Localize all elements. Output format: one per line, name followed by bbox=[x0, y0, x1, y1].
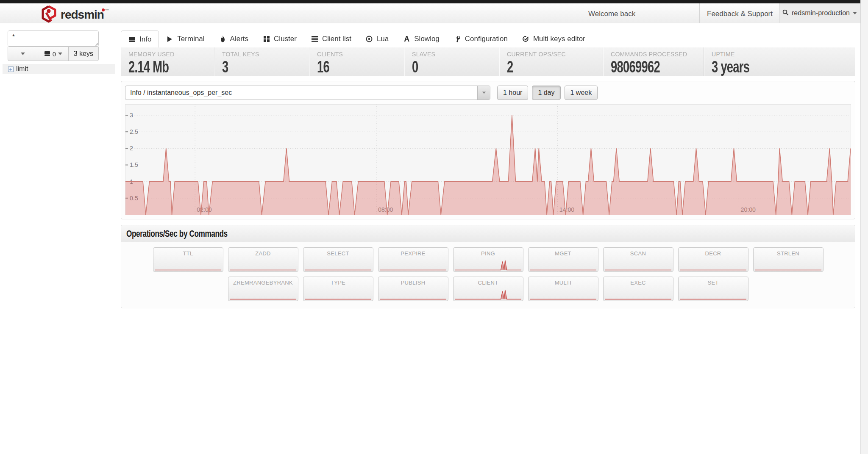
connection-name: redsmin-production bbox=[792, 9, 850, 17]
tab-info[interactable]: Info bbox=[121, 30, 159, 47]
tree-item-label: limit bbox=[16, 65, 28, 73]
stat-total-keys: TOTAL KEYS 3 bbox=[214, 47, 309, 76]
tab-label: Lua bbox=[377, 35, 389, 43]
chevron-down-icon bbox=[58, 53, 62, 55]
command-card-set[interactable]: SET bbox=[678, 277, 748, 301]
chevron-down-icon bbox=[21, 53, 25, 55]
scrollbar[interactable] bbox=[860, 0, 868, 454]
commands-panel-header: Operations/Sec by Commands bbox=[121, 225, 855, 242]
command-sparkline bbox=[305, 288, 371, 300]
key-search-input[interactable]: * bbox=[8, 30, 99, 47]
command-card-pexpire[interactable]: PEXPIRE bbox=[378, 247, 448, 272]
expand-plus-icon[interactable] bbox=[8, 66, 14, 72]
app-header: redsmin™ Welcome back Feedback & Support… bbox=[0, 3, 868, 23]
command-card-strlen[interactable]: STRLEN bbox=[753, 247, 823, 272]
brand-i-dot bbox=[102, 8, 105, 11]
tab-alerts[interactable]: Alerts bbox=[212, 30, 256, 47]
range-1-hour-button[interactable]: 1 hour bbox=[497, 86, 528, 100]
command-sparkline bbox=[530, 288, 596, 300]
tab-multi-keys-editor[interactable]: Multi keys editor bbox=[515, 30, 593, 47]
tab-label: Cluster bbox=[274, 35, 297, 43]
y-tick-label: 3 bbox=[130, 112, 133, 119]
redsmin-logo[interactable]: redsmin™ bbox=[40, 5, 108, 25]
command-card-ping[interactable]: PING bbox=[453, 247, 523, 272]
tab-label: Terminal bbox=[177, 35, 204, 43]
command-sparkline bbox=[380, 288, 446, 300]
command-sparkline bbox=[230, 288, 296, 300]
tab-label: Slowlog bbox=[414, 35, 440, 43]
list-icon bbox=[311, 36, 318, 43]
command-card-scan[interactable]: SCAN bbox=[603, 247, 673, 272]
tab-label: Multi keys editor bbox=[533, 35, 585, 43]
tree-item-limit[interactable]: limit bbox=[3, 64, 115, 74]
tab-label: Alerts bbox=[230, 35, 248, 43]
commands-grid: TTL ZADD SELECT PEXPIRE PING MGET SCAN D… bbox=[121, 242, 855, 308]
feedback-support-link[interactable]: Feedback & Support bbox=[707, 10, 773, 18]
tab-configuration[interactable]: Configuration bbox=[447, 30, 515, 47]
command-card-exec[interactable]: EXEC bbox=[603, 277, 673, 301]
database-selector[interactable]: 0 bbox=[38, 47, 68, 61]
command-sparkline bbox=[530, 259, 596, 271]
play-icon bbox=[166, 36, 173, 43]
command-card-publish[interactable]: PUBLISH bbox=[378, 277, 448, 301]
tab-cluster[interactable]: Cluster bbox=[256, 30, 304, 47]
command-card-select[interactable]: SELECT bbox=[303, 247, 373, 272]
key-options-dropdown[interactable] bbox=[8, 47, 38, 61]
command-card-zadd[interactable]: ZADD bbox=[228, 247, 298, 272]
command-sparkline bbox=[605, 288, 671, 300]
metric-select-value: Info / instantaneous_ops_per_sec bbox=[125, 89, 232, 97]
tab-client-list[interactable]: Client list bbox=[304, 30, 359, 47]
command-card-zremrangebyrank[interactable]: ZREMRANGEBYRANK bbox=[228, 277, 298, 301]
brand-name: redsmin™ bbox=[61, 8, 108, 22]
range-1-day-button[interactable]: 1 day bbox=[532, 86, 560, 100]
y-tick-label: 1.5 bbox=[130, 162, 138, 169]
stat-memory-used: MEMORY USED 2.14 Mb bbox=[121, 47, 214, 76]
command-card-ttl[interactable]: TTL bbox=[153, 247, 223, 272]
tab-label: Configuration bbox=[465, 35, 508, 43]
search-icon bbox=[782, 9, 789, 17]
y-tick-label: 2.5 bbox=[130, 128, 138, 135]
command-card-decr[interactable]: DECR bbox=[678, 247, 748, 272]
main-content: Info Terminal Alerts Cluster Client list bbox=[121, 30, 855, 308]
header-divider bbox=[699, 3, 700, 23]
welcome-message: Welcome back bbox=[588, 10, 635, 18]
connection-selector[interactable]: redsmin-production bbox=[779, 3, 860, 23]
command-sparkline bbox=[455, 288, 521, 300]
tab-lua[interactable]: Lua bbox=[359, 30, 396, 47]
command-sparkline bbox=[230, 259, 296, 271]
stat-clients: CLIENTS 16 bbox=[309, 47, 404, 76]
command-card-multi[interactable]: MULTI bbox=[528, 277, 598, 301]
command-card-mget[interactable]: MGET bbox=[528, 247, 598, 272]
metric-select[interactable]: Info / instantaneous_ops_per_sec bbox=[125, 86, 490, 100]
command-sparkline bbox=[455, 259, 521, 271]
command-sparkline bbox=[605, 259, 671, 271]
range-1-week-button[interactable]: 1 week bbox=[565, 86, 598, 100]
trademark: ™ bbox=[105, 8, 108, 13]
command-sparkline bbox=[680, 259, 746, 271]
commands-panel: Operations/Sec by Commands TTL ZADD SELE… bbox=[121, 225, 855, 308]
command-sparkline bbox=[755, 259, 821, 271]
stat-slaves: SLAVES 0 bbox=[404, 47, 499, 76]
stat-current-ops: CURRENT OPS/SEC 2 bbox=[499, 47, 603, 76]
top-black-bar bbox=[0, 0, 868, 3]
metrics-chart-panel: Info / instantaneous_ops_per_sec 1 hour … bbox=[121, 81, 855, 219]
database-icon bbox=[44, 50, 50, 58]
tab-terminal[interactable]: Terminal bbox=[159, 30, 211, 47]
command-sparkline bbox=[680, 288, 746, 300]
time-range-group: 1 hour 1 day 1 week bbox=[497, 86, 598, 100]
stat-commands-processed: COMMANDS PROCESSED 98069962 bbox=[603, 47, 704, 76]
chevron-down-icon bbox=[853, 12, 857, 14]
command-card-client[interactable]: CLIENT bbox=[453, 277, 523, 301]
command-sparkline bbox=[380, 259, 446, 271]
check-edit-icon bbox=[522, 36, 529, 43]
tab-slowlog[interactable]: A Slowlog bbox=[396, 30, 447, 47]
select-arrow[interactable] bbox=[477, 86, 490, 100]
font-icon: A bbox=[403, 36, 410, 43]
command-card-type[interactable]: TYPE bbox=[303, 277, 373, 301]
y-tick-label: 2 bbox=[130, 145, 133, 152]
tab-label: Client list bbox=[322, 35, 351, 43]
flame-icon bbox=[219, 36, 226, 43]
tab-bar: Info Terminal Alerts Cluster Client list bbox=[121, 30, 855, 47]
command-sparkline bbox=[155, 259, 221, 271]
command-sparkline bbox=[305, 259, 371, 271]
